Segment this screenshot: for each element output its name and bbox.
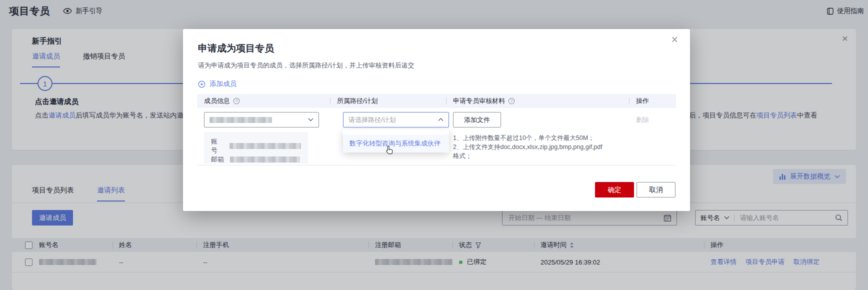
hand-cursor-icon (385, 145, 394, 157)
chevron-down-icon (308, 118, 314, 122)
email-value-redacted (230, 156, 300, 162)
email-label: 邮箱 (211, 155, 224, 164)
member-detail-box: 账号 邮箱 (204, 132, 308, 164)
modal-form-header: 成员信息 ? 所属路径/计划 申请专员审核材料 ? 操作 (197, 94, 676, 108)
member-select[interactable] (204, 112, 319, 128)
account-value-redacted (230, 143, 301, 149)
col-operations: 操作 (636, 96, 649, 106)
upload-hint-3: 格式； (453, 152, 625, 160)
help-icon[interactable]: ? (508, 98, 515, 104)
path-plan-dropdown: 数字化转型咨询与系统集成伙伴 (343, 130, 449, 152)
add-member-link[interactable]: 添加成员 (198, 80, 236, 88)
apply-specialist-modal: × 申请成为项目专员 请为申请成为项目专员的成员，选择所属路径/计划，并上传审核… (183, 29, 690, 211)
path-plan-select[interactable]: 请选择路径/计划 (343, 112, 449, 128)
confirm-button[interactable]: 确定 (595, 182, 634, 198)
help-icon[interactable]: ? (233, 98, 240, 104)
svg-text:?: ? (510, 98, 513, 104)
plus-circle-icon (198, 80, 206, 88)
upload-hint-2: 2、上传文件支持doc,docx,xlsx,zip,jpg,bmp,png,gi… (453, 142, 625, 152)
add-file-button[interactable]: 添加文件 (453, 112, 501, 128)
svg-text:?: ? (236, 98, 238, 104)
col-member-info: 成员信息 (204, 96, 230, 106)
project-specialist-page: 项目专员 新手引导 使用指南 × 新手指引 邀请成员 撤销项目专员 1 点击邀请… (0, 0, 868, 290)
path-option-digital-transformation[interactable]: 数字化转型咨询与系统集成伙伴 (343, 134, 449, 152)
upload-hint-1: 1、上传附件数量不超过10个，单个文件最大50M； (453, 134, 625, 142)
account-label: 账号 (211, 137, 224, 155)
cancel-button[interactable]: 取消 (636, 182, 676, 198)
add-member-label: 添加成员 (210, 80, 236, 88)
delete-row-link[interactable]: 删除 (636, 116, 649, 124)
modal-title: 申请成为项目专员 (198, 42, 274, 55)
form-divider (197, 165, 676, 166)
chevron-up-icon (438, 118, 444, 122)
upload-hints: 1、上传附件数量不超过10个，单个文件最大50M； 2、上传文件支持doc,do… (453, 134, 625, 160)
col-review-materials: 申请专员审核材料 (453, 96, 505, 106)
path-select-placeholder: 请选择路径/计划 (348, 116, 396, 124)
modal-close-icon[interactable]: × (672, 34, 678, 46)
member-name-redacted (210, 117, 272, 123)
modal-subtitle: 请为申请成为项目专员的成员，选择所属路径/计划，并上传审核资料后递交 (198, 61, 414, 70)
col-path-plan: 所属路径/计划 (337, 96, 378, 106)
